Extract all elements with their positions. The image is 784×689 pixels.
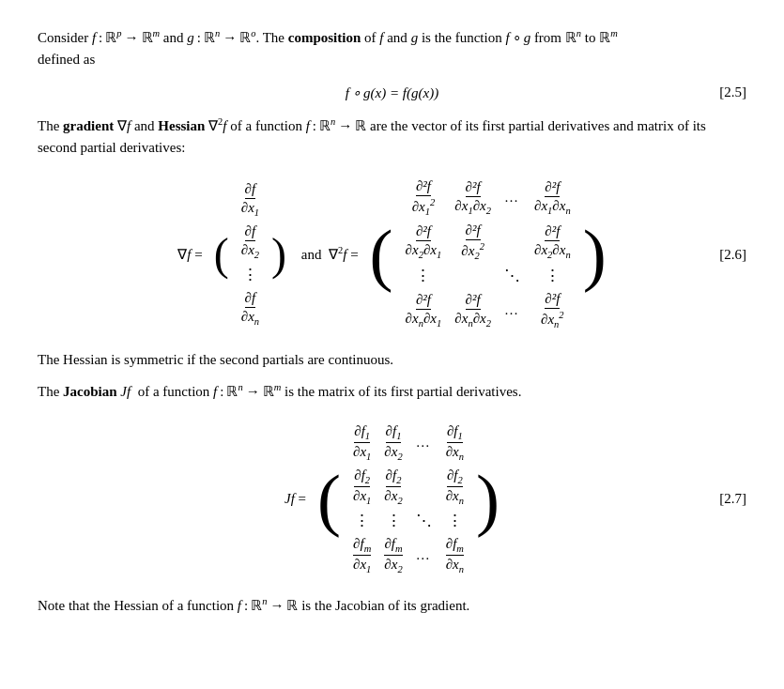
h22: ∂²f∂x22 — [461, 222, 484, 261]
intro-paragraph: Consider f : ℝp → ℝm and g : ℝn → ℝo. Th… — [38, 26, 746, 71]
vdots-j1: ⋮ — [354, 512, 370, 529]
hessian-matrix: ( ∂²f∂x12 ∂²f∂x1∂x2 … ∂²f∂x1∂xn ∂²f∂x2∂x… — [370, 174, 607, 334]
paren-right-grad: ) — [271, 232, 286, 277]
jacobian-section: Jf = ( ∂f1∂x1 ∂f1∂x2 … ∂f1∂xn ∂f2∂x1 ∂f2… — [38, 419, 746, 579]
cdots-hn: … — [504, 302, 521, 317]
hessian-matrix-table: ∂²f∂x12 ∂²f∂x1∂x2 … ∂²f∂x1∂xn ∂²f∂x2∂x1 … — [395, 174, 581, 334]
vdots-j3: ⋮ — [447, 512, 463, 529]
gradient-paragraph: The gradient ∇f and Hessian ∇2f of a fun… — [38, 115, 746, 160]
eq-2-6-label: [2.6] — [719, 246, 746, 262]
hn1: ∂²f∂xn∂x1 — [406, 292, 442, 329]
cdots-j1: … — [416, 435, 433, 450]
frac-df-dx2: ∂f∂x2 — [241, 223, 259, 260]
gradient-matrix-table: ∂f∂x1 ∂f∂x2 ⋮ ∂f∂xn — [231, 176, 269, 331]
jacobian-matrix: ( ∂f1∂x1 ∂f1∂x2 … ∂f1∂xn ∂f2∂x1 ∂f2∂x2 ∂… — [317, 419, 500, 579]
ddots-h: ⋱ — [504, 267, 520, 284]
eq-2-5-content: f ∘ g(x) = f(g(x)) — [346, 84, 438, 101]
gradient-hessian-section: ∇f = ( ∂f∂x1 ∂f∂x2 ⋮ ∂f∂xn ) and ∇2f = (… — [38, 174, 746, 334]
j2n: ∂f2∂xn — [446, 467, 464, 506]
paren-left-jac: ( — [317, 464, 341, 534]
eq-2-5-label: [2.5] — [719, 84, 746, 100]
hessian-symmetric-text: The Hessian is symmetric if the second p… — [38, 349, 746, 371]
j12: ∂f1∂x2 — [384, 423, 402, 462]
frac-df-dxn: ∂f∂xn — [241, 290, 259, 327]
h12: ∂²f∂x1∂x2 — [454, 179, 491, 216]
jm2: ∂fm∂x2 — [384, 536, 402, 574]
j21: ∂f2∂x1 — [353, 467, 371, 506]
paren-right-hess: ) — [583, 219, 607, 289]
h1n: ∂²f∂x1∂xn — [534, 179, 571, 216]
vdots-j2: ⋮ — [386, 512, 402, 529]
h11: ∂²f∂x12 — [412, 178, 436, 217]
ddots-j: ⋱ — [416, 512, 432, 529]
paren-left-hess: ( — [370, 219, 393, 289]
jacobian-paragraph: The Jacobian Jf of a function f : ℝn → ℝ… — [38, 380, 746, 403]
cdots-h1: … — [504, 190, 521, 205]
vdots-h1: ⋮ — [415, 267, 431, 284]
equation-2-5: f ∘ g(x) = f(g(x)) [2.5] — [38, 84, 746, 101]
h21: ∂²f∂x2∂x1 — [406, 223, 442, 260]
j22: ∂f2∂x2 — [384, 467, 402, 506]
frac-df-dx1: ∂f∂x1 — [241, 181, 259, 218]
paren-right-jac: ) — [476, 464, 500, 534]
jmn: ∂fm∂xn — [446, 536, 464, 574]
vdots-grad: ⋮ — [242, 266, 258, 283]
jacobian-matrix-table: ∂f1∂x1 ∂f1∂x2 … ∂f1∂xn ∂f2∂x1 ∂f2∂x2 ∂f2… — [343, 419, 474, 579]
jf-label: Jf = — [284, 491, 306, 507]
vdots-h2: ⋮ — [545, 267, 561, 284]
nabla-f-label: ∇f = — [177, 246, 202, 263]
page: Consider f : ℝp → ℝm and g : ℝn → ℝo. Th… — [21, 17, 763, 635]
hn2: ∂²f∂xn∂x2 — [454, 292, 491, 329]
j1n: ∂f1∂xn — [446, 423, 464, 462]
hnn: ∂²f∂xn2 — [541, 291, 564, 329]
gradient-vector: ( ∂f∂x1 ∂f∂x2 ⋮ ∂f∂xn ) — [214, 176, 286, 331]
eq-2-7-label: [2.7] — [719, 491, 746, 507]
jm1: ∂fm∂x1 — [353, 536, 371, 574]
note-paragraph: Note that the Hessian of a function f : … — [38, 594, 746, 617]
h2n: ∂²f∂x2∂xn — [534, 223, 571, 260]
j11: ∂f1∂x1 — [353, 423, 371, 462]
cdots-jm: … — [416, 547, 433, 562]
paren-left-grad: ( — [214, 232, 229, 277]
and-label: and ∇2f = — [298, 245, 359, 263]
